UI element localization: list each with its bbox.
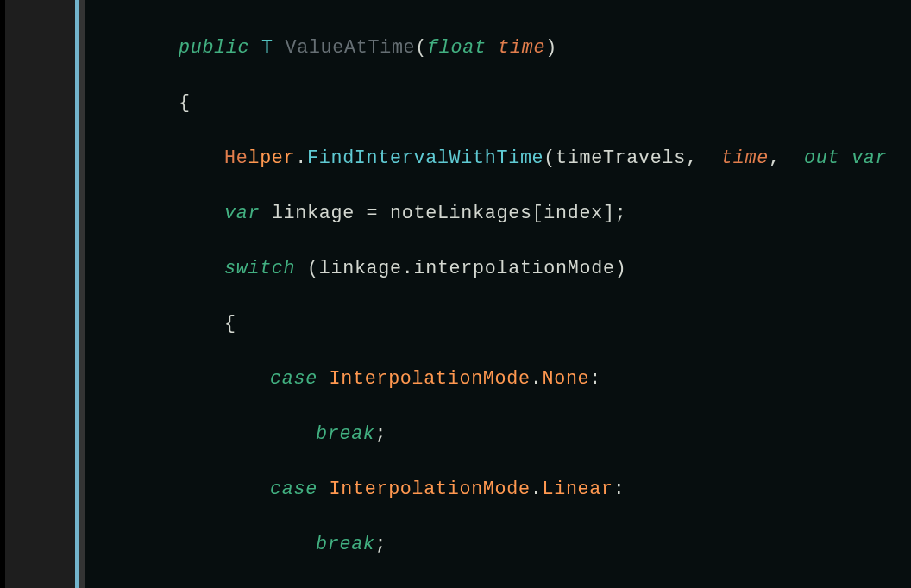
code-area[interactable]: public T ValueAtTime(float time) { Helpe… <box>79 0 911 588</box>
param-time: time <box>498 37 545 59</box>
code-text[interactable]: public T ValueAtTime(float time) { Helpe… <box>86 7 911 588</box>
call-findintervalwithtime: FindIntervalWithTime <box>307 147 543 169</box>
keyword-float: float <box>427 37 487 59</box>
code-editor[interactable]: public T ValueAtTime(float time) { Helpe… <box>0 0 911 588</box>
type-T: T <box>261 37 273 59</box>
class-helper-a: He <box>224 147 248 169</box>
gutter-scroll-indicator <box>0 0 5 588</box>
keyword-public: public <box>179 37 249 59</box>
gutter <box>0 0 79 588</box>
class-helper-b: lper <box>248 147 295 169</box>
change-marker <box>79 0 85 588</box>
method-name: ValueAtTime <box>285 37 415 59</box>
keyword-switch: switch <box>224 258 295 279</box>
